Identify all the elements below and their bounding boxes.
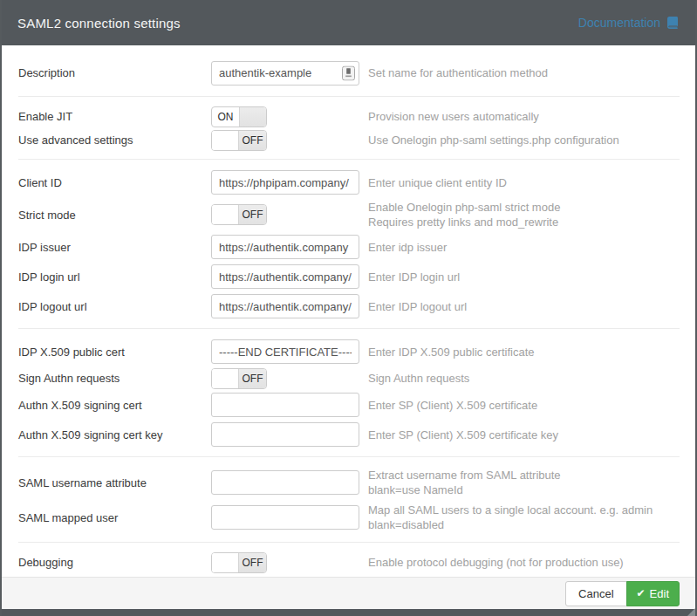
- dialog-body: Description Set name for authentication …: [2, 45, 695, 577]
- saml-mapped-user-input[interactable]: [211, 505, 359, 530]
- description-help: Set name for authentication method: [368, 65, 680, 80]
- documentation-link[interactable]: Documentation: [578, 16, 680, 30]
- section-divider: [18, 328, 680, 329]
- dialog-header: SAML2 connection settings Documentation: [2, 0, 695, 45]
- toggle-state-text: OFF: [239, 131, 266, 150]
- row-strict-mode: Strict mode OFF Enable Onelogin php-saml…: [18, 197, 680, 232]
- idp-x509-public-cert-input[interactable]: [211, 339, 359, 364]
- dialog-title: SAML2 connection settings: [17, 16, 181, 31]
- use-advanced-settings-toggle[interactable]: OFF: [211, 130, 267, 151]
- client-id-input[interactable]: [211, 170, 359, 195]
- client-id-label: Client ID: [18, 176, 202, 189]
- row-authn-x509-signing-cert-key: Authn X.509 signing cert key Enter SP (C…: [18, 420, 680, 449]
- sign-authn-requests-label: Sign Authn requests: [18, 372, 202, 385]
- strict-mode-toggle[interactable]: OFF: [211, 204, 267, 225]
- row-authn-x509-signing-cert: Authn X.509 signing cert Enter SP (Clien…: [18, 390, 680, 420]
- saml-mapped-user-label: SAML mapped user: [18, 511, 202, 524]
- enable-jit-help: Provision new users automatically: [368, 109, 680, 124]
- debugging-label: Debugging: [18, 556, 202, 569]
- row-idp-logout-url: IDP logout url Enter IDP logout url: [18, 291, 680, 321]
- section-divider: [18, 96, 680, 97]
- idp-logout-url-input[interactable]: [211, 294, 359, 318]
- debugging-toggle[interactable]: OFF: [211, 552, 267, 573]
- strict-mode-help: Enable Onelogin php-saml strict mode Req…: [368, 200, 680, 229]
- authn-x509-signing-cert-input[interactable]: [211, 393, 359, 417]
- section-divider: [18, 159, 680, 160]
- dialog-footer: Cancel ✔ Edit: [2, 577, 695, 609]
- resize-grip[interactable]: [687, 608, 695, 616]
- row-saml-mapped-user: SAML mapped user Map all SAML users to a…: [18, 500, 680, 535]
- saml-username-attribute-label: SAML username attribute: [18, 476, 202, 489]
- row-debugging: Debugging OFF Enable protocol debugging …: [18, 551, 680, 574]
- row-saml-username-attribute: SAML username attribute Extract username…: [18, 465, 680, 500]
- authn-x509-signing-cert-key-help: Enter SP (Client) X.509 certificate key: [368, 428, 680, 442]
- idp-issuer-label: IDP issuer: [18, 241, 202, 254]
- client-id-help: Enter unique client entity ID: [368, 175, 680, 190]
- row-idp-x509-public-cert: IDP X.509 public cert Enter IDP X.509 pu…: [18, 337, 680, 366]
- idp-login-url-input[interactable]: [211, 264, 359, 289]
- row-enable-jit: Enable JIT ON Provision new users automa…: [18, 105, 680, 128]
- cancel-button[interactable]: Cancel: [565, 581, 626, 606]
- sign-authn-requests-toggle[interactable]: OFF: [211, 368, 267, 389]
- row-description: Description Set name for authentication …: [18, 57, 680, 89]
- toggle-handle: [239, 107, 266, 127]
- authn-x509-signing-cert-key-label: Authn X.509 signing cert key: [18, 428, 202, 441]
- sign-authn-requests-help: Sign Authn requests: [368, 371, 680, 386]
- row-client-id: Client ID Enter unique client entity ID: [18, 168, 680, 197]
- row-sign-authn-requests: Sign Authn requests OFF Sign Authn reque…: [18, 366, 680, 390]
- toggle-state-text: OFF: [239, 553, 266, 572]
- idp-logout-url-label: IDP logout url: [18, 300, 202, 313]
- toggle-handle: [212, 553, 239, 572]
- authn-x509-signing-cert-label: Authn X.509 signing cert: [18, 399, 202, 412]
- dialog-bottom-edge: [2, 609, 695, 616]
- description-label: Description: [18, 66, 202, 79]
- section-divider: [18, 456, 680, 457]
- saml2-settings-dialog: SAML2 connection settings Documentation …: [0, 0, 697, 616]
- toggle-state-text: OFF: [239, 369, 266, 388]
- idp-logout-url-help: Enter IDP logout url: [368, 299, 680, 314]
- idp-issuer-help: Enter idp issuer: [368, 240, 680, 255]
- authn-x509-signing-cert-help: Enter SP (Client) X.509 certificate: [368, 398, 680, 413]
- use-advanced-settings-help: Use Onelogin php-saml settings.php confi…: [368, 133, 680, 147]
- use-advanced-settings-label: Use advanced settings: [18, 133, 202, 147]
- authn-x509-signing-cert-key-input[interactable]: [211, 422, 359, 447]
- edit-button-label: Edit: [650, 587, 669, 600]
- idp-x509-public-cert-label: IDP X.509 public cert: [18, 346, 202, 359]
- description-input[interactable]: [211, 61, 359, 86]
- enable-jit-label: Enable JIT: [18, 110, 202, 123]
- section-divider: [18, 542, 680, 543]
- debugging-help: Enable protocol debugging (not for produ…: [368, 555, 680, 570]
- toggle-handle: [212, 369, 239, 388]
- strict-mode-label: Strict mode: [18, 209, 202, 222]
- idp-login-url-help: Enter IDP login url: [368, 270, 680, 284]
- check-icon: ✔: [637, 587, 646, 599]
- saml-username-attribute-input[interactable]: [211, 470, 359, 495]
- toggle-state-text: OFF: [239, 205, 266, 224]
- enable-jit-toggle[interactable]: ON: [211, 106, 267, 127]
- idp-issuer-input[interactable]: [211, 235, 359, 259]
- idp-login-url-label: IDP login url: [18, 270, 202, 284]
- row-use-advanced-settings: Use advanced settings OFF Use Onelogin p…: [18, 128, 680, 152]
- toggle-handle: [212, 131, 239, 150]
- saml-username-attribute-help: Extract username from SAML attribute bla…: [368, 468, 680, 497]
- toggle-handle: [212, 205, 239, 224]
- saml-mapped-user-help: Map all SAML users to a single local acc…: [368, 503, 680, 532]
- documentation-link-label: Documentation: [578, 16, 660, 30]
- toggle-state-text: ON: [212, 107, 239, 127]
- book-icon: [666, 16, 680, 30]
- edit-button[interactable]: ✔ Edit: [626, 581, 680, 606]
- row-idp-issuer: IDP issuer Enter idp issuer: [18, 232, 680, 262]
- idp-x509-public-cert-help: Enter IDP X.509 public certificate: [368, 345, 680, 359]
- row-idp-login-url: IDP login url Enter IDP login url: [18, 262, 680, 291]
